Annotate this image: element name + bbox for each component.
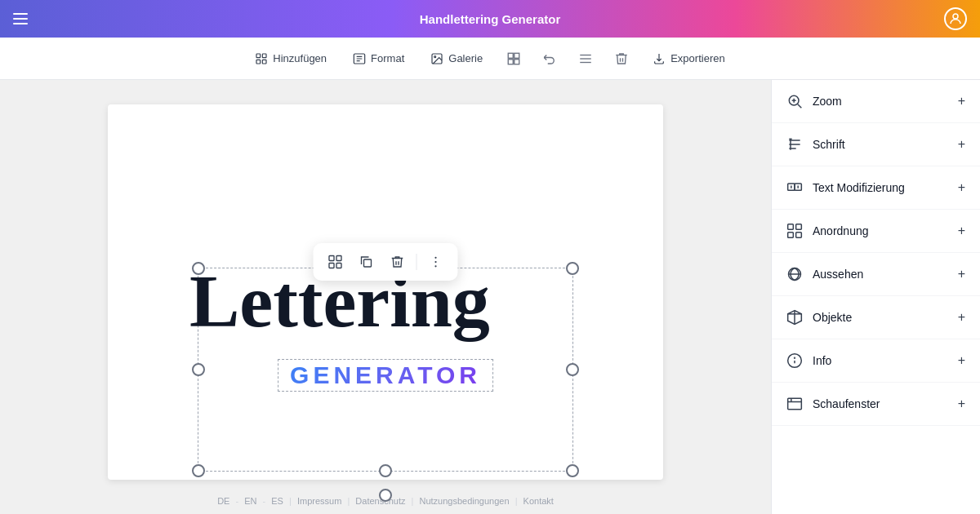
export-button[interactable]: Exportieren — [643, 47, 734, 70]
sidebar-item-info[interactable]: Info + — [772, 339, 980, 383]
aussehen-expand[interactable]: + — [958, 267, 965, 281]
add-label: Hinzufügen — [273, 52, 327, 64]
delete-button[interactable] — [607, 44, 636, 73]
more-options-button[interactable] — [422, 248, 450, 276]
sidebar-item-zoom[interactable]: Zoom + — [772, 80, 980, 123]
svg-rect-37 — [796, 224, 802, 230]
svg-rect-36 — [788, 233, 794, 238]
format-label: Format — [371, 52, 404, 64]
svg-point-20 — [434, 257, 436, 259]
objekte-expand[interactable]: + — [958, 310, 965, 325]
schaufenster-expand[interactable]: + — [958, 397, 965, 411]
svg-line-24 — [798, 104, 802, 109]
svg-point-46 — [795, 357, 795, 358]
delete-icon — [614, 51, 629, 66]
align-button[interactable] — [571, 44, 600, 73]
toolbar: Hinzufügen Format Galerie — [0, 38, 980, 80]
handle-middle-left[interactable] — [192, 363, 205, 376]
lettering-sub-wrapper: GENERATOR — [278, 359, 493, 392]
schrift-label: Schrift — [813, 138, 845, 151]
footer-es[interactable]: ES — [268, 496, 287, 506]
handle-bottom-center[interactable] — [379, 464, 392, 477]
duplicate-button[interactable] — [353, 248, 381, 276]
app-title: Handlettering Generator — [420, 12, 561, 26]
align-icon — [578, 51, 593, 66]
svg-point-0 — [953, 14, 958, 19]
grid-toggle-button[interactable] — [499, 44, 528, 73]
svg-rect-1 — [256, 54, 261, 58]
add-icon — [255, 52, 268, 65]
svg-rect-9 — [514, 53, 519, 58]
handle-top-left[interactable] — [192, 262, 205, 275]
footer-de[interactable]: DE — [214, 496, 233, 506]
handle-middle-right[interactable] — [566, 363, 579, 376]
sidebar-item-anordnung[interactable]: Anordnung + — [772, 210, 980, 253]
anordnung-expand[interactable]: + — [958, 224, 965, 238]
svg-rect-47 — [788, 398, 802, 409]
main-content: Lettering GENERATOR DE - EN - ES | Impre… — [0, 80, 980, 514]
svg-rect-17 — [329, 264, 334, 268]
footer-kontakt[interactable]: Kontakt — [520, 496, 557, 506]
svg-point-21 — [434, 261, 436, 263]
info-expand[interactable]: + — [958, 353, 965, 368]
context-menu-divider — [416, 254, 417, 270]
sidebar-item-text-modifizierung[interactable]: Text Modifizierung + — [772, 166, 980, 210]
svg-rect-3 — [256, 60, 261, 64]
svg-point-7 — [434, 55, 436, 57]
schaufenster-icon — [786, 396, 803, 412]
gallery-icon — [430, 52, 443, 65]
canvas-area: Lettering GENERATOR DE - EN - ES | Impre… — [0, 80, 771, 514]
zoom-expand[interactable]: + — [958, 94, 965, 109]
text-mod-icon — [786, 179, 803, 196]
sidebar-item-schrift[interactable]: Schrift + — [772, 123, 980, 166]
footer-impressum[interactable]: Impressum — [294, 496, 345, 506]
svg-rect-11 — [514, 59, 519, 64]
objekte-label: Objekte — [813, 311, 852, 324]
gallery-button[interactable]: Galerie — [421, 47, 492, 70]
footer-nutzungsbedingungen[interactable]: Nutzungsbedingungen — [416, 496, 512, 506]
lettering-sub-text: GENERATOR — [290, 361, 481, 389]
svg-rect-8 — [508, 53, 513, 58]
text-mod-expand[interactable]: + — [958, 180, 965, 195]
canvas[interactable]: Lettering GENERATOR — [108, 104, 663, 480]
context-delete-button[interactable] — [384, 248, 412, 276]
undo-button[interactable] — [535, 44, 564, 73]
footer-en[interactable]: EN — [241, 496, 260, 506]
sidebar-item-objekte[interactable]: Objekte + — [772, 296, 980, 339]
handle-bottom-left[interactable] — [192, 464, 205, 477]
svg-rect-35 — [796, 233, 802, 238]
svg-rect-15 — [329, 256, 334, 261]
add-button[interactable]: Hinzufügen — [245, 47, 336, 70]
user-avatar[interactable] — [944, 7, 967, 30]
handle-bottom-right[interactable] — [566, 464, 579, 477]
footer-datenschutz[interactable]: Datenschutz — [352, 496, 408, 506]
schrift-expand[interactable]: + — [958, 137, 965, 152]
menu-button[interactable] — [13, 13, 28, 24]
info-label: Info — [813, 354, 831, 367]
undo-icon — [542, 51, 557, 66]
svg-point-22 — [434, 265, 436, 267]
footer: DE - EN - ES | Impressum | Datenschutz |… — [206, 488, 565, 514]
sidebar: Zoom + Schrift + — [771, 80, 980, 514]
aussehen-label: Aussehen — [813, 268, 863, 281]
text-mod-label: Text Modifizierung — [813, 181, 905, 194]
format-button[interactable]: Format — [343, 47, 414, 70]
export-label: Exportieren — [670, 52, 724, 64]
sidebar-item-aussehen[interactable]: Aussehen + — [772, 253, 980, 296]
svg-rect-16 — [336, 256, 341, 261]
zoom-icon — [786, 93, 803, 109]
svg-rect-4 — [263, 60, 267, 64]
export-icon — [653, 52, 666, 65]
schaufenster-label: Schaufenster — [813, 397, 880, 410]
anordnung-label: Anordnung — [813, 224, 869, 237]
grid-icon — [506, 51, 521, 66]
sidebar-item-schaufenster[interactable]: Schaufenster + — [772, 383, 980, 426]
objekte-icon — [786, 309, 803, 326]
svg-rect-19 — [364, 259, 372, 267]
svg-rect-18 — [336, 264, 341, 268]
zoom-label: Zoom — [813, 95, 842, 108]
format-icon — [353, 52, 366, 65]
handle-top-right[interactable] — [566, 262, 579, 275]
canvas-wrapper: Lettering GENERATOR — [16, 96, 755, 488]
group-button[interactable] — [322, 248, 350, 276]
